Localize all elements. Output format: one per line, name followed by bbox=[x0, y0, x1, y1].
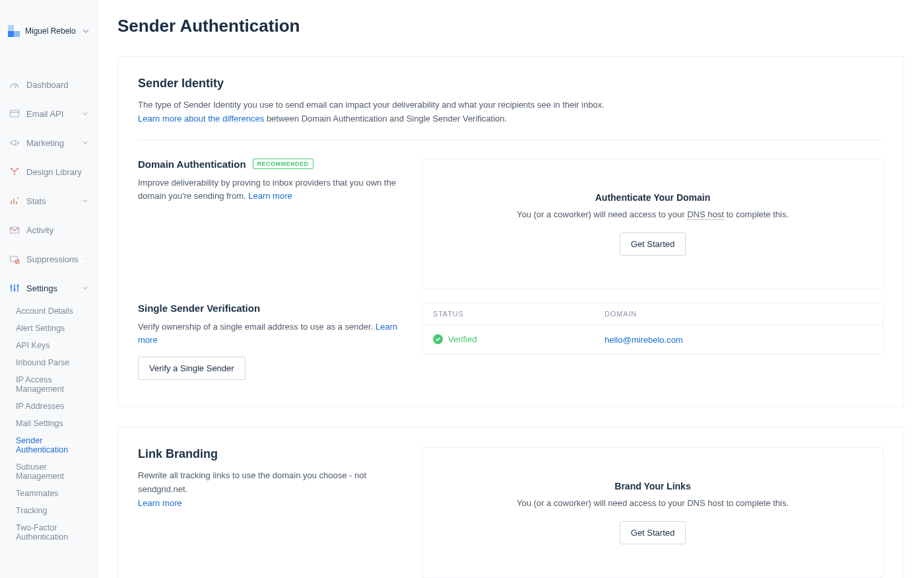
section-description: Rewrite all tracking links to use the do… bbox=[138, 469, 402, 510]
subnav-item-subuser-management[interactable]: Subuser Management bbox=[8, 458, 97, 485]
subnav-item-tracking[interactable]: Tracking bbox=[8, 502, 97, 519]
get-started-button[interactable]: Get Started bbox=[620, 233, 686, 256]
sidebar-item-suppressions[interactable]: Suppressions bbox=[0, 244, 97, 273]
page-title: Sender Authentication bbox=[117, 16, 904, 36]
settings-subnav: Account DetailsAlert SettingsAPI KeysInb… bbox=[0, 303, 97, 551]
verify-single-sender-button[interactable]: Verify a Single Sender bbox=[138, 357, 246, 380]
svg-rect-18 bbox=[17, 285, 19, 287]
sidebar-item-label: Activity bbox=[26, 225, 88, 235]
chart-icon bbox=[9, 196, 20, 206]
svg-point-8 bbox=[17, 198, 18, 199]
link-branding-card: Link Branding Rewrite all tracking links… bbox=[117, 427, 904, 578]
svg-point-3 bbox=[11, 168, 12, 169]
sidebar-item-activity[interactable]: Activity bbox=[0, 215, 97, 244]
cta-title: Authenticate Your Domain bbox=[595, 192, 711, 203]
sidebar-item-label: Marketing bbox=[26, 138, 76, 148]
sidebar: Miguel Rebelo Dashboard Email API Market… bbox=[0, 0, 98, 578]
svg-rect-16 bbox=[11, 286, 13, 287]
sidebar-item-label: Stats bbox=[26, 196, 76, 206]
ssv-description: Verify ownership of a single email addre… bbox=[138, 320, 402, 348]
table-row: Verified hello@mirebelo.com bbox=[422, 324, 883, 354]
window-icon bbox=[9, 108, 20, 119]
svg-rect-17 bbox=[14, 289, 16, 290]
status-text: Verified bbox=[448, 334, 477, 344]
chevron-down-icon bbox=[82, 111, 88, 116]
recommended-badge: RECOMMENDED bbox=[253, 159, 314, 169]
sidebar-item-design-library[interactable]: Design Library bbox=[0, 157, 97, 186]
sidebar-item-label: Settings bbox=[26, 283, 76, 293]
user-name: Miguel Rebelo bbox=[25, 26, 77, 36]
section-title: Link Branding bbox=[138, 447, 402, 461]
column-header-domain: DOMAIN bbox=[605, 310, 873, 318]
subnav-item-api-keys[interactable]: API Keys bbox=[8, 337, 97, 354]
cta-title: Brand Your Links bbox=[614, 481, 690, 491]
subnav-item-two-factor-authentication[interactable]: Two-Factor Authentication bbox=[8, 519, 97, 546]
section-description: The type of Sender Identity you use to s… bbox=[138, 98, 884, 126]
subnav-item-ip-addresses[interactable]: IP Addresses bbox=[8, 398, 97, 415]
dns-host-term: DNS host bbox=[687, 209, 724, 220]
check-circle-icon bbox=[433, 334, 443, 344]
chevron-down-icon bbox=[82, 28, 89, 34]
domain-link[interactable]: hello@mirebelo.com bbox=[605, 335, 683, 345]
subnav-item-account-details[interactable]: Account Details bbox=[8, 303, 97, 320]
user-menu[interactable]: Miguel Rebelo bbox=[0, 18, 97, 44]
learn-more-link[interactable]: Learn more bbox=[138, 498, 182, 508]
mail-icon bbox=[9, 225, 20, 235]
domain-auth-title: Domain Authentication RECOMMENDED bbox=[138, 159, 402, 170]
sidebar-item-marketing[interactable]: Marketing bbox=[0, 128, 97, 157]
sidebar-item-dashboard[interactable]: Dashboard bbox=[0, 70, 97, 99]
subnav-item-sender-authentication[interactable]: Sender Authentication bbox=[8, 432, 97, 458]
sidebar-item-label: Email API bbox=[26, 109, 76, 119]
subnav-item-teammates[interactable]: Teammates bbox=[8, 485, 97, 502]
megaphone-icon bbox=[9, 137, 20, 148]
sidebar-item-label: Suppressions bbox=[26, 254, 79, 264]
svg-point-4 bbox=[17, 168, 18, 169]
section-title: Sender Identity bbox=[138, 77, 884, 90]
cta-description: You (or a coworker) will need access to … bbox=[517, 498, 789, 508]
svg-rect-10 bbox=[11, 256, 18, 262]
main-content: Sender Authentication Sender Identity Th… bbox=[98, 0, 924, 578]
brand-logo bbox=[8, 25, 20, 37]
sender-identity-card: Sender Identity The type of Sender Ident… bbox=[117, 56, 904, 407]
sliders-icon bbox=[9, 283, 20, 293]
column-header-status: STATUS bbox=[433, 310, 605, 318]
brand-links-box: Brand Your Links You (or a coworker) wil… bbox=[422, 447, 884, 578]
divider bbox=[138, 139, 884, 140]
sidebar-item-email-api[interactable]: Email API bbox=[0, 99, 97, 128]
authenticate-domain-box: Authenticate Your Domain You (or a cowor… bbox=[422, 159, 884, 289]
sidebar-item-label: Dashboard bbox=[26, 80, 88, 90]
get-started-button[interactable]: Get Started bbox=[620, 521, 686, 544]
subnav-item-alert-settings[interactable]: Alert Settings bbox=[8, 320, 97, 337]
cta-description: You (or a coworker) will need access to … bbox=[517, 209, 789, 219]
chevron-down-icon bbox=[82, 140, 88, 145]
subnav-item-inbound-parse[interactable]: Inbound Parse bbox=[8, 354, 97, 371]
tools-icon bbox=[9, 166, 20, 177]
learn-more-link[interactable]: Learn more about the differences bbox=[138, 114, 264, 124]
subnav-item-mail-settings[interactable]: Mail Settings bbox=[8, 415, 97, 432]
sidebar-item-stats[interactable]: Stats bbox=[0, 186, 97, 215]
ssv-title: Single Sender Verification bbox=[138, 303, 402, 314]
mail-block-icon bbox=[9, 254, 20, 264]
sender-status-table: STATUS DOMAIN Verified hello@mirebelo.co… bbox=[422, 303, 884, 355]
svg-line-0 bbox=[15, 85, 16, 88]
chevron-down-icon bbox=[82, 285, 88, 291]
chevron-down-icon bbox=[85, 256, 88, 262]
domain-auth-description: Improve deliverability by proving to inb… bbox=[138, 176, 402, 204]
svg-rect-1 bbox=[11, 110, 19, 117]
sidebar-item-label: Design Library bbox=[26, 167, 88, 177]
learn-more-link[interactable]: Learn more bbox=[248, 191, 292, 201]
chevron-down-icon bbox=[82, 198, 88, 203]
gauge-icon bbox=[9, 79, 20, 90]
subnav-item-ip-access-management[interactable]: IP Access Management bbox=[8, 371, 97, 398]
sidebar-item-settings[interactable]: Settings bbox=[0, 273, 97, 303]
